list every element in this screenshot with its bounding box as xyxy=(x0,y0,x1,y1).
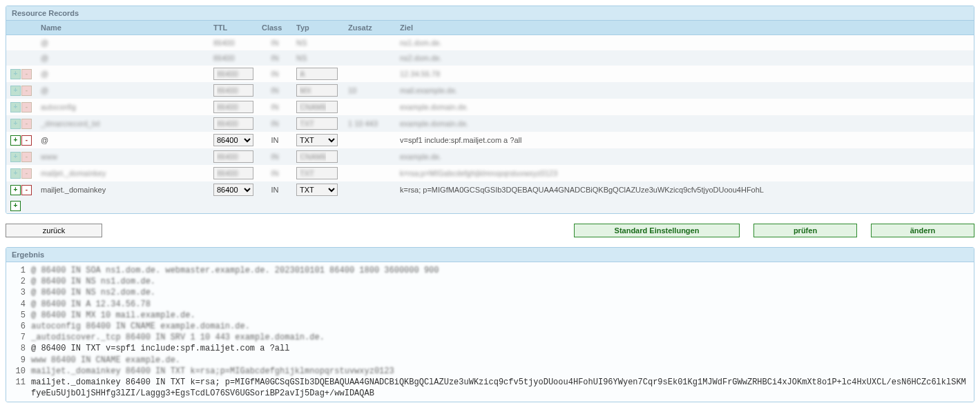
change-button[interactable]: ändern xyxy=(871,224,974,237)
result-line: 8@ 86400 IN TXT v=spf1 include:spf.mailj… xyxy=(10,343,970,354)
cell-zusatz xyxy=(344,132,396,148)
resource-records-title: Resource Records xyxy=(6,6,974,21)
check-button[interactable]: prüfen xyxy=(753,224,857,237)
cell-ttl: 86400 xyxy=(209,132,258,148)
col-ziel: Ziel xyxy=(396,21,974,35)
cell-typ: TXT xyxy=(292,132,344,148)
add-row-button[interactable]: + xyxy=(10,185,21,195)
cell-class: IN xyxy=(258,82,292,99)
cell-ttl: 86400 xyxy=(209,181,258,198)
result-body: 1@ 86400 IN SOA ns1.dom.de. webmaster.ex… xyxy=(6,262,974,402)
ttl-select[interactable]: 86400 xyxy=(213,134,253,146)
ttl-select[interactable]: 86400 xyxy=(213,68,253,80)
add-row-button: + xyxy=(10,102,21,112)
typ-select[interactable]: MX xyxy=(296,84,338,97)
table-row: +-mailjet._domainkey86400INTXTk=rsa; p=M… xyxy=(6,181,974,198)
typ-select[interactable]: TXT xyxy=(296,167,338,179)
cell-ziel: ns1.dom.de. xyxy=(396,35,974,50)
cell-name: @ xyxy=(37,50,209,66)
ttl-select[interactable]: 86400 xyxy=(213,84,253,97)
result-line: 5@ 86400 IN MX 10 mail.example.de. xyxy=(10,310,970,321)
col-ttl: TTL xyxy=(209,21,258,35)
cell-ziel: 12.34.56.78 xyxy=(396,66,974,82)
line-text: mailjet._domainkey 86400 IN TXT k=rsa;p=… xyxy=(31,366,394,377)
cell-name: mailjet._domainkey xyxy=(37,165,209,181)
cell-typ: NS xyxy=(292,50,344,66)
col-name: Name xyxy=(37,21,209,35)
delete-row-button: - xyxy=(21,69,32,79)
cell-ziel: mail.example.de. xyxy=(396,82,974,99)
delete-row-button[interactable]: - xyxy=(21,135,32,146)
typ-select[interactable]: CNAME xyxy=(296,150,338,163)
cell-typ: CNAME xyxy=(292,148,344,165)
cell-zusatz: 10 xyxy=(344,82,396,99)
cell-zusatz xyxy=(344,35,396,50)
cell-zusatz xyxy=(344,148,396,165)
typ-select[interactable]: TXT xyxy=(296,117,338,130)
ttl-select[interactable]: 86400 xyxy=(213,167,253,179)
result-line: 9www 86400 IN CNAME example.de. xyxy=(10,355,970,366)
col-zusatz: Zusatz xyxy=(344,21,396,35)
cell-ziel: example.domain.de. xyxy=(396,115,974,132)
line-number: 11 xyxy=(10,377,26,399)
table-row: +-www86400INCNAMEexample.de. xyxy=(6,148,974,165)
add-row-button: + xyxy=(10,119,21,129)
cell-class: IN xyxy=(258,132,292,148)
cell-ttl: 86400 xyxy=(209,115,258,132)
line-text: _autodiscover._tcp 86400 IN SRV 1 10 443… xyxy=(31,332,325,343)
table-row: +-_dmarcrecord_txt86400INTXT1 10 443exam… xyxy=(6,115,974,132)
cell-zusatz xyxy=(344,99,396,115)
cell-ttl: 86400 xyxy=(209,148,258,165)
standard-settings-button[interactable]: Standard Einstellungen xyxy=(574,224,740,237)
line-text: @ 86400 IN A 12.34.56.78 xyxy=(31,299,151,310)
col-typ: Typ xyxy=(292,21,344,35)
ttl-select[interactable]: 86400 xyxy=(213,117,253,130)
typ-select[interactable]: TXT xyxy=(296,134,338,146)
typ-select[interactable]: A xyxy=(296,68,338,80)
cell-ziel: k=rsa;p=MIGabcdefghijklmnopqrstuvwxyz012… xyxy=(396,165,974,181)
cell-ttl: 86400 xyxy=(209,99,258,115)
result-line: 3@ 86400 IN NS ns2.dom.de. xyxy=(10,287,970,298)
table-row: +-@86400INA12.34.56.78 xyxy=(6,66,974,82)
line-number: 10 xyxy=(10,366,26,377)
table-row: +-@86400INTXTv=spf1 include:spf.mailjet.… xyxy=(6,132,974,148)
cell-class: IN xyxy=(258,181,292,198)
ttl-select[interactable]: 86400 xyxy=(213,101,253,113)
ttl-select[interactable]: 86400 xyxy=(213,150,253,163)
delete-row-button: - xyxy=(21,168,32,179)
result-panel: Ergebnis 1@ 86400 IN SOA ns1.dom.de. web… xyxy=(6,247,974,402)
cell-name: @ xyxy=(37,35,209,50)
cell-typ: NS xyxy=(292,35,344,50)
delete-row-button[interactable]: - xyxy=(21,185,32,195)
line-number: 3 xyxy=(10,287,26,298)
line-number: 8 xyxy=(10,343,26,354)
cell-ziel: example.domain.de. xyxy=(396,99,974,115)
cell-ziel: ns2.dom.de. xyxy=(396,50,974,66)
cell-zusatz xyxy=(344,66,396,82)
cell-name: @ xyxy=(37,66,209,82)
line-number: 5 xyxy=(10,310,26,321)
typ-select[interactable]: CNAME xyxy=(296,101,338,113)
add-row-button[interactable]: + xyxy=(10,135,21,146)
cell-name: @ xyxy=(37,132,209,148)
line-number: 9 xyxy=(10,355,26,366)
line-text: @ 86400 IN NS ns1.dom.de. xyxy=(31,276,155,287)
ttl-select[interactable]: 86400 xyxy=(213,184,253,196)
back-button[interactable]: zurück xyxy=(6,224,102,237)
cell-ttl: 86400 xyxy=(209,82,258,99)
cell-ttl: 86400 xyxy=(209,66,258,82)
line-text: @ 86400 IN MX 10 mail.example.de. xyxy=(31,310,195,321)
delete-row-button: - xyxy=(21,152,32,162)
cell-typ: TXT xyxy=(292,181,344,198)
typ-select[interactable]: TXT xyxy=(296,184,338,196)
line-number: 2 xyxy=(10,276,26,287)
delete-row-button: - xyxy=(21,86,32,96)
add-row-button: + xyxy=(10,69,21,79)
table-row: @86400INNSns2.dom.de. xyxy=(6,50,974,66)
add-row-button[interactable]: + xyxy=(10,201,21,211)
line-text: www 86400 IN CNAME example.de. xyxy=(31,355,180,366)
cell-name: www xyxy=(37,148,209,165)
delete-row-button: - xyxy=(21,119,32,129)
cell-name: @ xyxy=(37,82,209,99)
result-line: 4@ 86400 IN A 12.34.56.78 xyxy=(10,299,970,310)
